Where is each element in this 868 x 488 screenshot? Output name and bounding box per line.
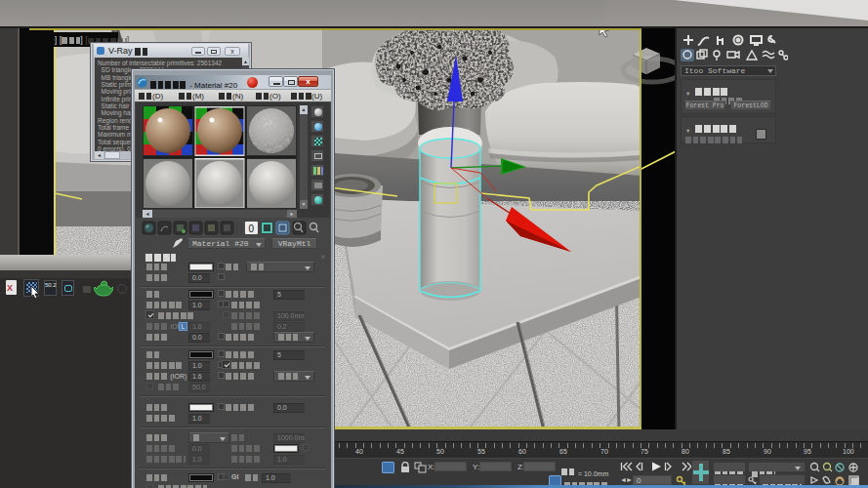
svg-text:0: 0 — [249, 224, 255, 234]
